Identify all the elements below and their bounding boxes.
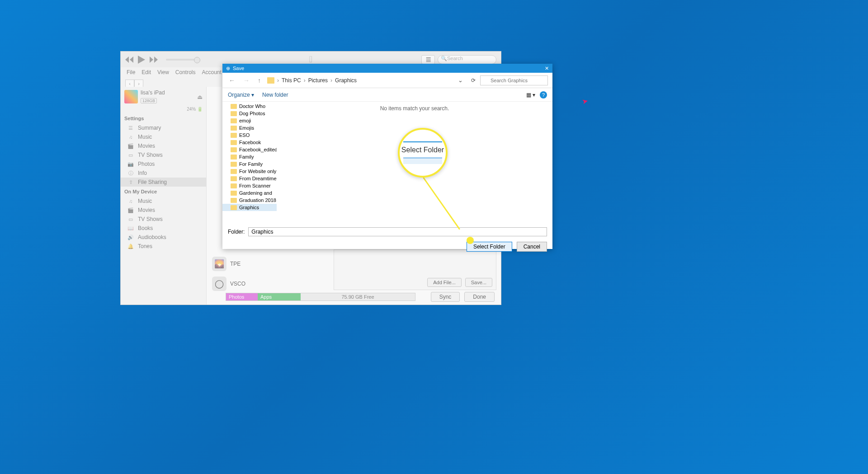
device-thumbnail xyxy=(124,90,138,103)
view-options-button[interactable]: ▦ ▾ xyxy=(526,92,535,98)
folder-label: From Scanner xyxy=(239,183,271,188)
sidebar-item-info[interactable]: ⓘInfo xyxy=(121,169,206,178)
tree-folder-item[interactable]: Graduation 2018 xyxy=(222,197,277,204)
volume-slider[interactable] xyxy=(166,59,198,61)
info-icon: ⓘ xyxy=(127,170,134,176)
nav-forward-button[interactable]: → xyxy=(241,77,251,84)
select-folder-button[interactable]: Select Folder xyxy=(467,242,512,252)
tree-folder-item[interactable]: Gardening and xyxy=(222,189,277,197)
tree-folder-item[interactable]: ESO xyxy=(222,131,277,139)
folder-label: Folder: xyxy=(228,229,245,235)
apple-logo-icon:  xyxy=(309,54,312,65)
folder-label: From Dreamtime xyxy=(239,176,277,181)
crumb-graphics[interactable]: Graphics xyxy=(335,77,357,84)
menu-account[interactable]: Account xyxy=(199,68,225,76)
dialog-close-button[interactable]: ✕ xyxy=(545,66,549,71)
ondevice-header: On My Device xyxy=(121,187,206,197)
breadcrumb[interactable]: › This PC › Pictures › Graphics xyxy=(267,77,357,84)
folder-icon xyxy=(231,126,237,131)
done-button[interactable]: Done xyxy=(464,292,495,302)
refresh-button[interactable]: ⟳ xyxy=(471,77,476,84)
music-icon: ♫ xyxy=(127,134,134,140)
save-dialog: ⊕ Save ✕ ← → ↑ › This PC › Pictures › Gr… xyxy=(222,64,552,249)
tree-folder-item[interactable]: From Scanner xyxy=(222,182,277,189)
tree-folder-item[interactable]: Graphics xyxy=(222,204,277,211)
tv-icon: ▭ xyxy=(127,152,134,158)
save-file-button[interactable]: Save... xyxy=(465,278,492,287)
crumb-pc[interactable]: This PC xyxy=(282,77,301,84)
cursor-icon: ➤ xyxy=(581,97,589,107)
folder-label: Graphics xyxy=(239,205,259,210)
sidebar-item-music[interactable]: ♫Music xyxy=(121,132,206,141)
storage-apps: Apps xyxy=(258,293,301,300)
crumb-pictures[interactable]: Pictures xyxy=(308,77,328,84)
dialog-nav: ← → ↑ › This PC › Pictures › Graphics ⌄ … xyxy=(222,73,552,88)
device-row[interactable]: lisa's iPad 128GB ⏏ xyxy=(121,87,206,107)
view-toggle-button[interactable]: ≣ xyxy=(421,55,435,64)
callout-magnifier: Select Folder xyxy=(398,128,448,178)
tree-folder-item[interactable]: From Dreamtime xyxy=(222,175,277,182)
tree-folder-item[interactable]: Emojis xyxy=(222,124,277,131)
folder-tree[interactable]: Doctor WhoDog PhotosemojiEmojisESOFacebo… xyxy=(222,102,277,225)
cancel-button[interactable]: Cancel xyxy=(517,242,547,252)
new-folder-button[interactable]: New folder xyxy=(262,92,288,98)
folder-label: Facebook_edited xyxy=(239,147,277,152)
folder-icon xyxy=(231,140,237,145)
menu-file[interactable]: File xyxy=(123,68,138,76)
help-icon[interactable]: ? xyxy=(540,91,547,99)
sidebar-item-od-tones[interactable]: 🔔Tones xyxy=(121,242,206,251)
folder-icon xyxy=(231,205,237,210)
sidebar-item-od-audiobooks[interactable]: 🔊Audiobooks xyxy=(121,233,206,242)
device-storage: 128GB xyxy=(141,98,157,103)
folder-label: Dog Photos xyxy=(239,111,265,116)
sync-button[interactable]: Sync xyxy=(431,292,460,302)
menu-edit[interactable]: Edit xyxy=(138,68,154,76)
sidebar-item-tvshows[interactable]: ▭TV Shows xyxy=(121,150,206,160)
folder-label: Facebook xyxy=(239,140,261,145)
dialog-toolbar: Organize ▾ New folder ▦ ▾ ? xyxy=(222,88,552,102)
books-icon: 📖 xyxy=(127,225,134,231)
storage-bar: Photos Apps 75.90 GB Free xyxy=(226,293,415,301)
folder-label: Family xyxy=(239,154,254,160)
tree-folder-item[interactable]: Dog Photos xyxy=(222,110,277,117)
sidebar-item-od-tvshows[interactable]: ▭TV Shows xyxy=(121,215,206,224)
sidebar-item-filesharing[interactable]: ⇪File Sharing xyxy=(121,178,206,187)
tree-folder-item[interactable]: Family xyxy=(222,153,277,160)
sidebar-item-summary[interactable]: ☰Summary xyxy=(121,123,206,132)
menu-controls[interactable]: Controls xyxy=(172,68,199,76)
sidebar-item-od-music[interactable]: ♫Music xyxy=(121,197,206,206)
sidebar-item-od-books[interactable]: 📖Books xyxy=(121,224,206,233)
add-file-button[interactable]: Add File... xyxy=(427,278,462,287)
next-icon[interactable] xyxy=(150,56,158,63)
play-icon[interactable] xyxy=(138,56,145,64)
tree-folder-item[interactable]: Facebook_edited xyxy=(222,146,277,153)
nav-back-button[interactable]: ← xyxy=(227,77,237,84)
previous-icon[interactable] xyxy=(125,56,133,63)
music-icon: ♫ xyxy=(127,198,134,204)
sidebar-item-photos[interactable]: 📷Photos xyxy=(121,160,206,169)
sidebar-item-od-movies[interactable]: 🎬Movies xyxy=(121,206,206,215)
eject-icon[interactable]: ⏏ xyxy=(197,94,203,100)
folder-label: ESO xyxy=(239,132,250,138)
dialog-titlebar: ⊕ Save ✕ xyxy=(222,64,552,73)
sidebar-item-movies[interactable]: 🎬Movies xyxy=(121,141,206,150)
dialog-search-input[interactable] xyxy=(480,75,548,85)
nav-up-button[interactable]: ↑ xyxy=(256,77,263,84)
tree-folder-item[interactable]: Doctor Who xyxy=(222,103,277,110)
callout-dot xyxy=(467,237,474,244)
search-input[interactable]: 🔍Search xyxy=(438,55,496,64)
folder-label: For Family xyxy=(239,161,263,167)
dialog-title: Save xyxy=(233,66,244,71)
files-panel: Add File... Save... xyxy=(334,249,496,290)
dropdown-icon[interactable]: ⌄ xyxy=(454,77,467,84)
app-row-vsco[interactable]: ◯VSCO xyxy=(207,274,251,294)
folder-name-input[interactable] xyxy=(248,227,547,236)
tree-folder-item[interactable]: For Family xyxy=(222,160,277,168)
menu-view[interactable]: View xyxy=(154,68,172,76)
organize-button[interactable]: Organize ▾ xyxy=(228,92,254,98)
tree-folder-item[interactable]: For Website only xyxy=(222,168,277,175)
folder-label: Doctor Who xyxy=(239,103,265,109)
tree-folder-item[interactable]: Facebook xyxy=(222,139,277,146)
tree-folder-item[interactable]: emoji xyxy=(222,117,277,124)
app-row-tpe[interactable]: 🌄TPE xyxy=(207,254,251,274)
